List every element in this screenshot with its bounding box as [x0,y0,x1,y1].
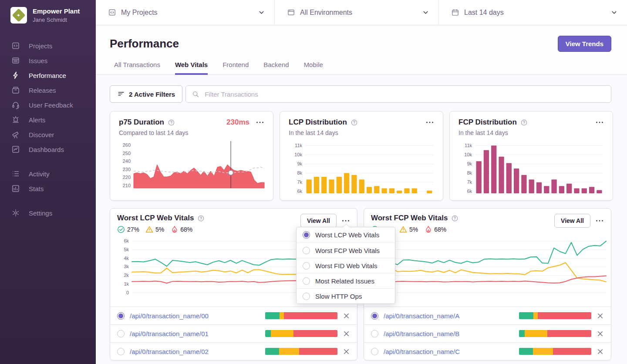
tab-backend[interactable]: Backend [263,61,289,75]
sidebar-item-user-feedback[interactable]: User Feedback [0,98,96,112]
sidebar-item-stats[interactable]: Stats [0,181,96,196]
dropdown-item-most-related-issues[interactable]: Most Related Issues [297,273,395,288]
dropdown-item-slow-http-ops[interactable]: Slow HTTP Ops [297,288,395,303]
meh-badge: 5% [399,226,418,233]
dropdown-radio[interactable] [303,231,310,239]
svg-text:220: 220 [123,175,131,180]
close-icon[interactable] [343,348,350,355]
environment-selector[interactable]: All Environments [274,0,439,25]
help-icon[interactable] [520,119,528,126]
svg-text:6k: 6k [467,189,472,194]
help-icon[interactable] [168,119,175,126]
card-menu-button[interactable] [595,217,604,225]
card-subtitle: In the last 14 days [289,129,434,136]
tab-mobile[interactable]: Mobile [304,61,323,75]
transaction-link[interactable]: /api/0/transaction_name/C [384,348,514,355]
sidebar-item-issues[interactable]: Issues [0,53,96,68]
transaction-radio[interactable] [117,312,125,320]
svg-text:6k: 6k [124,238,129,243]
view-all-button[interactable]: View All [554,214,590,228]
svg-text:9k: 9k [297,161,302,166]
sidebar-item-label: User Feedback [29,101,73,109]
transaction-row: /api/0/transaction_name/01 [110,324,357,342]
badge-value: 68% [180,226,192,233]
p75-value: 230ms [226,118,249,127]
chart-canvas: 11k10k9k8k7k6k [458,139,605,198]
sidebar-item-performance[interactable]: Performance [0,68,96,83]
transaction-search-input[interactable] [204,90,605,98]
org-switcher[interactable]: ✦ Empower Plant Jane Schmidt [0,7,96,24]
tab-frontend[interactable]: Frontend [222,61,249,75]
transaction-radio[interactable] [371,330,378,337]
card-title: Worst FCP Web Vitals [371,214,448,222]
sidebar-item-discover[interactable]: Discover [0,127,96,142]
card-menu-button[interactable] [256,118,264,126]
dropdown-item-worst-fcp-web-vitals[interactable]: Worst FCP Web Vitals [297,243,395,258]
svg-text:2k: 2k [124,273,129,278]
sidebar-item-alerts[interactable]: Alerts [0,112,96,127]
worst-fcp-card: Worst FCP Web Vitals 27%5%68% View All 6… [364,208,611,361]
transaction-radio[interactable] [117,348,125,355]
dropdown-radio[interactable] [303,247,310,254]
transaction-link[interactable]: /api/0/transaction_name/02 [130,348,260,355]
svg-text:6k: 6k [297,189,302,194]
date-range-selector[interactable]: Last 14 days [439,0,627,25]
meh-segment [271,330,293,337]
svg-text:5k: 5k [124,247,129,252]
sidebar: ✦ Empower Plant Jane Schmidt ProjectsIss… [0,0,96,364]
svg-text:0: 0 [126,290,129,295]
dropdown-radio[interactable] [303,262,310,270]
fire-icon [424,226,432,233]
active-filters-button[interactable]: 2 Active Filters [110,85,182,103]
view-trends-button[interactable]: View Trends [558,36,611,52]
poor-badge: 68% [424,226,446,233]
tab-web-vitals[interactable]: Web Vitals [175,61,208,75]
view-all-button[interactable]: View All [300,214,337,228]
dropdown-item-worst-fid-web-vitals[interactable]: Worst FID Web Vitals [297,258,395,273]
chevron-down-icon [257,8,266,17]
sidebar-item-releases[interactable]: Releases [0,83,96,98]
help-icon[interactable] [197,215,205,222]
transaction-radio[interactable] [371,312,378,320]
sidebar-item-label: Activity [29,170,50,178]
dropdown-item-worst-lcp-web-vitals[interactable]: Worst LCP Web Vitals [297,227,395,243]
badge-value: 5% [409,226,418,233]
close-icon[interactable] [343,330,350,337]
sidebar-item-projects[interactable]: Projects [0,38,96,53]
sidebar-item-settings[interactable]: Settings [0,206,96,220]
poor-segment [299,348,337,355]
transaction-row: /api/0/transaction_name/C [364,342,611,360]
close-icon[interactable] [597,348,604,355]
fire-icon [170,226,178,233]
close-icon[interactable] [597,330,604,337]
vitals-distribution-bar [265,330,337,337]
issues-icon [11,56,20,65]
card-menu-button[interactable] [425,118,434,126]
transaction-link[interactable]: /api/0/transaction_name/B [384,330,514,337]
poor-segment [538,312,591,319]
sidebar-item-activity[interactable]: Activity [0,166,96,181]
vitals-distribution-bar [265,312,337,319]
svg-text:4k: 4k [124,256,129,261]
app-root: ✦ Empower Plant Jane Schmidt ProjectsIss… [0,0,627,364]
transaction-radio[interactable] [117,330,125,337]
warning-triangle-icon [145,226,153,233]
help-icon[interactable] [351,119,358,126]
transaction-link[interactable]: /api/0/transaction_name/00 [130,312,260,320]
tab-all-transactions[interactable]: All Transactions [114,61,160,75]
close-icon[interactable] [597,312,604,320]
help-icon[interactable] [451,215,458,222]
transaction-link[interactable]: /api/0/transaction_name/A [384,312,514,320]
badge-value: 27% [127,226,139,233]
svg-text:10k: 10k [294,152,302,157]
close-icon[interactable] [343,312,350,320]
sidebar-item-dashboards[interactable]: Dashboards [0,142,96,157]
card-menu-button[interactable] [595,118,604,126]
transaction-link[interactable]: /api/0/transaction_name/01 [130,330,260,337]
org-logo: ✦ [10,7,27,24]
dropdown-radio[interactable] [303,277,310,285]
summary-cards-row: p75 Duration 230ms Compared to last 14 d… [110,111,611,201]
dropdown-radio[interactable] [303,293,310,300]
project-selector[interactable]: My Projects [96,0,274,25]
transaction-radio[interactable] [371,348,378,355]
